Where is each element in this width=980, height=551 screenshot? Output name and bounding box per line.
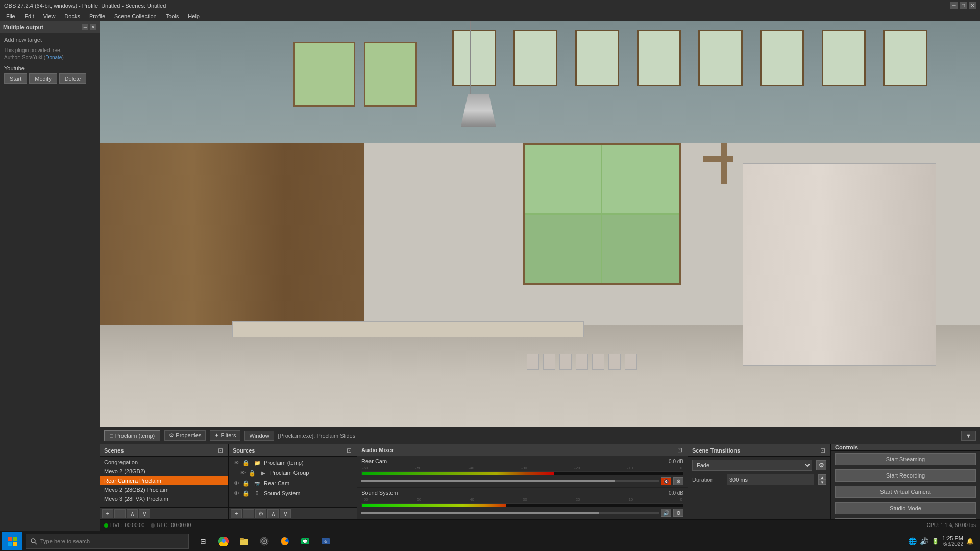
scenes-expand-button[interactable]: ⊡ bbox=[217, 447, 224, 454]
sources-panel: Sources ⊡ 👁 🔒 📁 Proclaim (temp) bbox=[229, 444, 357, 519]
filters-button[interactable]: ✦ Filters bbox=[210, 430, 240, 441]
transition-type-select[interactable]: Fade Cut Swipe Slide bbox=[692, 460, 812, 471]
source-lock-button[interactable]: 🔒 bbox=[241, 490, 251, 497]
source-up-button[interactable]: ∧ bbox=[267, 509, 279, 518]
youtube-delete-button[interactable]: Delete bbox=[59, 73, 87, 84]
source-settings-button[interactable]: ⚙ bbox=[255, 509, 266, 518]
scene-item-active[interactable] bbox=[100, 476, 228, 485]
scenes-title: Scenes bbox=[104, 447, 124, 454]
plugin-title-bar: Multiple output ─ ✕ bbox=[0, 21, 100, 33]
file-explorer-button[interactable] bbox=[235, 532, 253, 550]
sources-title: Sources bbox=[233, 447, 255, 454]
church-window-1 bbox=[293, 42, 355, 107]
source-lock-button[interactable]: 🔒 bbox=[241, 460, 251, 466]
transition-duration-down[interactable]: ▼ bbox=[818, 480, 826, 485]
svg-point-4 bbox=[31, 539, 35, 543]
start-streaming-button[interactable]: Start Streaming bbox=[835, 453, 976, 465]
system-app-button[interactable]: ⊙ bbox=[316, 532, 335, 550]
menu-tools[interactable]: Tools bbox=[162, 12, 183, 20]
taskbar-clock[interactable]: 1:25 PM 6/3/2022 bbox=[942, 535, 963, 547]
transition-duration-input[interactable] bbox=[727, 474, 814, 485]
source-eye-button[interactable]: 👁 bbox=[233, 480, 240, 486]
audio-volume-slider[interactable] bbox=[361, 512, 659, 514]
scene-down-button[interactable]: ∨ bbox=[139, 509, 150, 518]
menu-edit[interactable]: Edit bbox=[20, 12, 38, 20]
scene-name-input[interactable] bbox=[104, 478, 224, 484]
source-tab-label: Proclaim (temp) bbox=[115, 433, 155, 439]
live-indicator bbox=[104, 523, 108, 528]
scene-up-button[interactable]: ∧ bbox=[127, 509, 138, 518]
source-item[interactable]: 👁 🔒 📷 Rear Cam bbox=[229, 478, 357, 488]
sources-expand-button[interactable]: ⊡ bbox=[346, 447, 353, 454]
obs-button[interactable] bbox=[255, 532, 274, 550]
large-window bbox=[523, 143, 681, 285]
chrome-button[interactable] bbox=[214, 532, 233, 550]
audio-mute-button[interactable]: 🔊 bbox=[661, 509, 671, 517]
add-new-target-button[interactable]: Add new target bbox=[4, 37, 95, 43]
source-item[interactable]: 👁 🔒 ▶ Proclaim Group bbox=[229, 468, 357, 478]
audio-settings-button[interactable]: ⚙ bbox=[673, 509, 683, 517]
menu-profile[interactable]: Profile bbox=[85, 12, 109, 20]
taskbar-time: 1:25 PM bbox=[942, 535, 963, 541]
audio-mute-button[interactable]: 🔇 bbox=[661, 477, 671, 485]
restore-button[interactable]: □ bbox=[960, 2, 967, 9]
scene-item[interactable]: Mevo 2 (28GB2) bbox=[100, 467, 228, 476]
firefox-button[interactable] bbox=[276, 532, 294, 550]
source-remove-button[interactable]: ─ bbox=[243, 509, 254, 518]
svg-rect-0 bbox=[8, 537, 12, 541]
transition-duration-up[interactable]: ▲ bbox=[818, 474, 826, 480]
minimize-button[interactable]: ─ bbox=[950, 2, 958, 9]
window-button[interactable]: Window bbox=[244, 431, 274, 441]
notification-area[interactable]: 🔔 bbox=[966, 538, 974, 545]
proclaim-temp-tab[interactable]: □ Proclaim (temp) bbox=[104, 430, 160, 441]
source-dropdown-button[interactable]: ▼ bbox=[961, 431, 976, 441]
volume-icon[interactable]: 🔊 bbox=[920, 537, 928, 545]
youtube-start-button[interactable]: Start bbox=[4, 73, 27, 84]
source-lock-button[interactable]: 🔒 bbox=[241, 480, 251, 487]
source-down-button[interactable]: ∨ bbox=[280, 509, 291, 518]
source-name: Rear Cam bbox=[264, 480, 353, 486]
audio-mixer-expand-button[interactable]: ⊡ bbox=[676, 446, 683, 454]
youtube-modify-button[interactable]: Modify bbox=[29, 73, 57, 84]
start-recording-button[interactable]: Start Recording bbox=[835, 469, 976, 482]
menu-view[interactable]: View bbox=[39, 12, 60, 20]
menu-docks[interactable]: Docks bbox=[60, 12, 84, 20]
source-add-button[interactable]: + bbox=[231, 509, 242, 518]
source-item[interactable]: 👁 🔒 📁 Proclaim (temp) bbox=[229, 458, 357, 468]
donate-link[interactable]: Donate bbox=[45, 55, 62, 60]
transition-gear-button[interactable]: ⚙ bbox=[816, 460, 826, 470]
source-eye-button[interactable]: 👁 bbox=[233, 490, 240, 496]
live-label: LIVE: bbox=[110, 522, 122, 528]
audio-volume-slider[interactable] bbox=[361, 480, 659, 482]
scene-add-button[interactable]: + bbox=[102, 509, 113, 518]
messages-button[interactable]: 💬 bbox=[296, 532, 314, 550]
source-bar: □ Proclaim (temp) ⚙ Properties ✦ Filters… bbox=[100, 427, 980, 444]
menu-file[interactable]: File bbox=[2, 12, 19, 20]
scene-item[interactable]: Congregation bbox=[100, 458, 228, 467]
start-button[interactable] bbox=[2, 532, 22, 550]
audio-settings-button[interactable]: ⚙ bbox=[673, 477, 683, 485]
live-status: LIVE: 00:00:00 bbox=[104, 522, 144, 528]
studio-mode-button[interactable]: Studio Mode bbox=[835, 502, 976, 514]
scene-item[interactable]: Mevo 2 (28GB2) Proclaim bbox=[100, 485, 228, 494]
start-virtual-camera-button[interactable]: Start Virtual Camera bbox=[835, 486, 976, 498]
source-eye-button[interactable]: 👁 bbox=[233, 460, 240, 466]
plugin-pin-button[interactable]: ─ bbox=[82, 24, 88, 30]
source-item[interactable]: 👁 🔒 🎙 Sound System bbox=[229, 488, 357, 498]
battery-icon: 🔋 bbox=[932, 538, 939, 545]
taskbar-search-box[interactable]: Type here to search bbox=[26, 534, 189, 549]
close-button[interactable]: ✕ bbox=[969, 2, 976, 9]
transitions-expand-button[interactable]: ⊡ bbox=[819, 447, 826, 454]
menu-help[interactable]: Help bbox=[184, 12, 204, 20]
properties-button[interactable]: ⚙ Properties bbox=[164, 430, 206, 441]
scene-item[interactable]: Mevo 3 (28FVX) Proclaim bbox=[100, 494, 228, 504]
center-area: □ Proclaim (temp) ⚙ Properties ✦ Filters… bbox=[100, 21, 980, 531]
plugin-close-button[interactable]: ✕ bbox=[90, 24, 96, 30]
task-view-button[interactable]: ⊟ bbox=[194, 532, 212, 550]
scene-remove-button[interactable]: ─ bbox=[114, 509, 126, 518]
source-eye-button[interactable]: 👁 bbox=[239, 470, 247, 476]
source-lock-button[interactable]: 🔒 bbox=[248, 470, 257, 477]
mic-icon: 🎙 bbox=[254, 490, 261, 497]
menu-scene-collection[interactable]: Scene Collection bbox=[110, 12, 161, 20]
transitions-title: Scene Transitions bbox=[692, 447, 740, 454]
